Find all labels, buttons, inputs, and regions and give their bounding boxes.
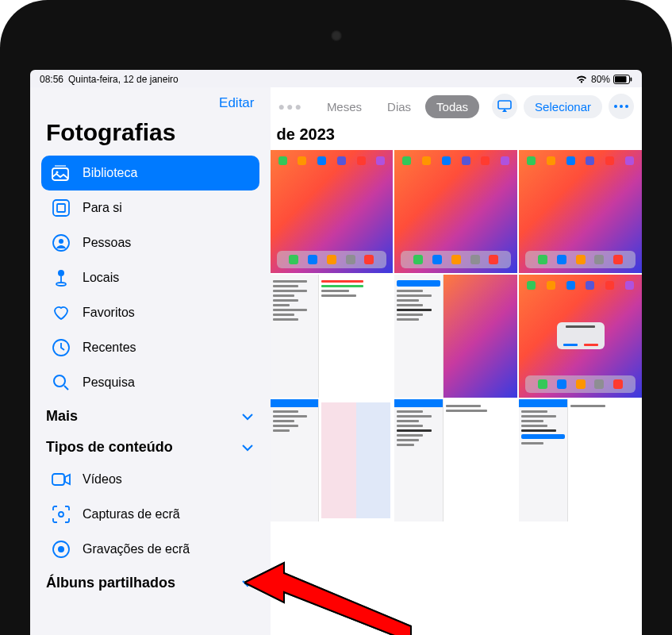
sidebar-item-label: Biblioteca: [83, 166, 137, 180]
photo-tile[interactable]: [271, 399, 394, 522]
svg-rect-17: [498, 101, 511, 109]
sidebar-title: Fotografias: [41, 116, 259, 156]
sidebar-item-for-you[interactable]: Para si: [41, 190, 259, 225]
clock-icon: [51, 337, 71, 358]
chevron-down-icon: [242, 575, 253, 591]
photo-tile[interactable]: [519, 399, 642, 522]
content-title: de 2023: [271, 125, 643, 150]
screenshot-icon: [51, 504, 71, 525]
people-icon: [51, 233, 71, 253]
sidebar-item-label: Favoritos: [83, 306, 135, 320]
sidebar-item-label: Para si: [83, 201, 122, 215]
content-toolbar: ●●● Meses Dias Todas Selecionar: [271, 87, 643, 125]
select-button[interactable]: Selecionar: [524, 95, 602, 118]
sidebar-item-label: Gravações de ecrã: [83, 542, 190, 556]
sidebar: Editar Fotografias Biblioteca Para si: [30, 87, 271, 635]
svg-point-12: [54, 375, 65, 387]
photo-tile[interactable]: [394, 150, 517, 273]
photo-grid: [271, 150, 643, 521]
sidebar-item-videos[interactable]: Vídeos: [41, 462, 259, 497]
content-area: ●●● Meses Dias Todas Selecionar de: [271, 87, 643, 635]
wifi-icon: [575, 75, 588, 84]
photo-tile[interactable]: [394, 399, 517, 522]
segment-months[interactable]: Meses: [316, 95, 373, 118]
svg-rect-2: [631, 78, 632, 82]
screen: 08:56 Quinta-feira, 12 de janeiro 80% Ed…: [30, 70, 642, 635]
battery-icon: [613, 75, 632, 84]
chevron-down-icon: [242, 439, 253, 456]
status-date: Quinta-feira, 12 de janeiro: [68, 74, 179, 85]
svg-point-19: [620, 105, 623, 108]
for-you-icon: [51, 198, 71, 218]
recording-icon: [51, 539, 71, 560]
places-icon: [51, 267, 71, 288]
section-shared-albums[interactable]: Álbuns partilhados: [41, 567, 259, 598]
sidebar-item-people[interactable]: Pessoas: [41, 225, 259, 260]
sidebar-item-label: Capturas de ecrã: [83, 507, 180, 521]
svg-rect-6: [57, 204, 65, 212]
sidebar-item-label: Vídeos: [83, 472, 122, 487]
drag-handle-icon[interactable]: ●●●: [278, 100, 309, 113]
battery-percentage: 80%: [591, 74, 610, 85]
sidebar-item-places[interactable]: Locais: [41, 260, 259, 295]
search-icon: [51, 372, 71, 393]
front-camera: [331, 30, 342, 41]
photo-tile[interactable]: [271, 275, 394, 398]
status-bar: 08:56 Quinta-feira, 12 de janeiro 80%: [30, 70, 642, 87]
photo-tile[interactable]: [519, 150, 642, 273]
library-icon: [51, 163, 71, 183]
device-frame: 08:56 Quinta-feira, 12 de janeiro 80% Ed…: [0, 0, 672, 635]
airplay-button[interactable]: [492, 94, 517, 119]
svg-point-20: [625, 105, 628, 108]
svg-rect-13: [52, 474, 64, 485]
sidebar-item-screen-recordings[interactable]: Gravações de ecrã: [41, 532, 259, 567]
sidebar-item-label: Pessoas: [83, 236, 131, 250]
segment-all[interactable]: Todas: [425, 95, 479, 118]
section-content-types[interactable]: Tipos de conteúdo: [41, 431, 259, 462]
photo-tile[interactable]: [519, 275, 642, 398]
time-segment-control: Meses Dias Todas: [316, 95, 479, 118]
svg-point-8: [59, 239, 63, 244]
section-more[interactable]: Mais: [41, 400, 259, 431]
sidebar-item-screenshots[interactable]: Capturas de ecrã: [41, 497, 259, 532]
sidebar-item-label: Locais: [83, 271, 119, 285]
photo-tile[interactable]: [394, 275, 517, 398]
svg-point-16: [58, 546, 64, 552]
svg-point-14: [59, 512, 63, 517]
more-button[interactable]: [609, 94, 634, 119]
svg-point-18: [614, 105, 617, 108]
status-time: 08:56: [40, 74, 63, 85]
photo-tile[interactable]: [271, 150, 394, 273]
section-label: Álbuns partilhados: [46, 575, 175, 591]
chevron-down-icon: [242, 408, 253, 425]
section-label: Mais: [46, 408, 78, 425]
svg-point-10: [56, 283, 66, 286]
sidebar-item-label: Recentes: [83, 341, 136, 355]
edit-button[interactable]: Editar: [219, 95, 254, 111]
svg-rect-5: [53, 200, 69, 216]
sidebar-item-library[interactable]: Biblioteca: [41, 156, 259, 190]
section-label: Tipos de conteúdo: [46, 439, 173, 456]
sidebar-item-recents[interactable]: Recentes: [41, 330, 259, 365]
sidebar-item-favorites[interactable]: Favoritos: [41, 295, 259, 330]
sidebar-item-label: Pesquisa: [83, 375, 135, 390]
sidebar-item-search[interactable]: Pesquisa: [41, 365, 259, 400]
svg-rect-1: [615, 76, 627, 83]
heart-icon: [51, 302, 71, 323]
svg-point-9: [58, 270, 64, 276]
video-icon: [51, 469, 71, 490]
segment-days[interactable]: Dias: [376, 95, 422, 118]
